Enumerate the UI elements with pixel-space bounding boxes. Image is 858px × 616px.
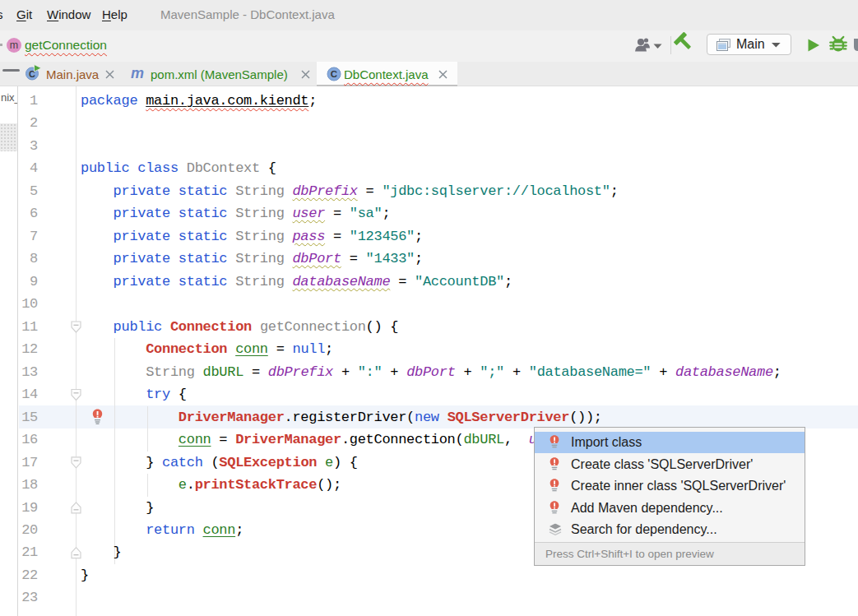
svg-text:C: C bbox=[331, 69, 337, 79]
